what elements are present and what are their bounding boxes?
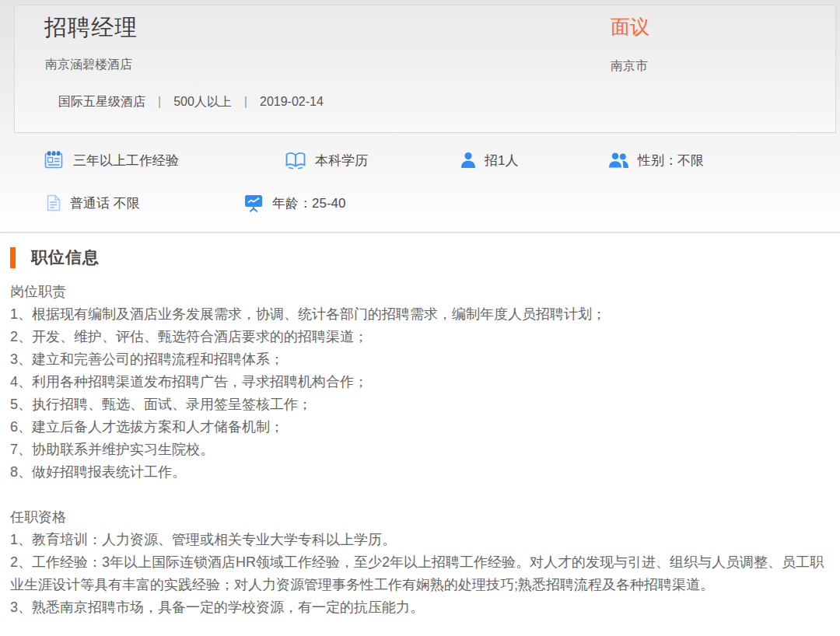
description-paragraph: 4、利用各种招聘渠道发布招聘广告，寻求招聘机构合作； <box>10 371 831 393</box>
description-paragraph: 5、执行招聘、甄选、面试、录用签呈签核工作； <box>10 393 831 416</box>
requirement-experience: 三年以上工作经验 <box>44 149 179 171</box>
requirement-language: 普通话 不限 <box>44 192 140 214</box>
job-description: 岗位职责 1、根据现有编制及酒店业务发展需求，协调、统计各部门的招聘需求，编制年… <box>10 281 831 619</box>
company-name: 南京涵碧楼酒店 <box>45 57 132 73</box>
job-city: 南京市 <box>611 58 648 75</box>
requirement-label: 性别：不限 <box>638 152 704 169</box>
requirement-label: 本科学历 <box>315 152 368 169</box>
requirement-label: 招1人 <box>485 152 518 169</box>
section-accent-bar <box>10 247 16 268</box>
company-size-tag: 500人以上 <box>173 95 232 108</box>
description-paragraph: 7、协助联系并维护实习生院校。 <box>10 439 831 461</box>
description-paragraph: 2、开发、维护、评估、甄选符合酒店要求的的招聘渠道； <box>10 326 831 348</box>
tag-separator: | <box>158 95 161 108</box>
description-paragraph: 3、熟悉南京招聘市场，具备一定的学校资源，有一定的抗压能力。 <box>10 596 831 619</box>
requirement-gender: 性别：不限 <box>608 149 704 171</box>
salary-value: 面议 <box>611 14 649 40</box>
description-paragraph: 岗位职责 <box>10 281 831 303</box>
section-title: 职位信息 <box>31 246 100 268</box>
description-paragraph <box>10 484 831 506</box>
open-book-icon <box>285 152 306 169</box>
company-type-tag: 国际五星级酒店 <box>58 95 145 108</box>
job-title: 招聘经理 <box>44 12 138 44</box>
people-icon <box>608 152 629 169</box>
description-paragraph: 8、做好招聘报表统计工作。 <box>10 461 831 484</box>
requirement-label: 普通话 不限 <box>70 194 140 212</box>
section-divider <box>0 232 840 233</box>
section-header: 职位信息 <box>10 246 100 268</box>
description-paragraph: 1、教育培训：人力资源、管理或相关专业大学专科以上学历。 <box>10 529 831 551</box>
description-paragraph: 3、建立和完善公司的招聘流程和招聘体系； <box>10 348 831 371</box>
requirement-education: 本科学历 <box>285 149 368 171</box>
description-paragraph: 2、工作经验：3年以上国际连锁酒店HR领域工作经验，至少2年以上招聘工作经验。对… <box>10 551 831 596</box>
tag-separator: | <box>244 95 247 108</box>
certificate-icon <box>44 151 65 169</box>
requirement-headcount: 招1人 <box>460 149 518 171</box>
description-paragraph: 1、根据现有编制及酒店业务发展需求，协调、统计各部门的招聘需求，编制年度人员招聘… <box>10 303 831 326</box>
job-header-card: 招聘经理 南京涵碧楼酒店 国际五星级酒店|500人以上|2019-02-14 面… <box>14 5 836 133</box>
company-tags: 国际五星级酒店|500人以上|2019-02-14 <box>58 94 324 110</box>
requirement-age: 年龄：25-40 <box>243 192 345 214</box>
description-paragraph: 6、建立后备人才选拔方案和人才储备机制； <box>10 416 831 439</box>
requirement-label: 三年以上工作经验 <box>73 152 179 169</box>
chart-board-icon <box>243 194 264 212</box>
document-icon <box>44 194 61 212</box>
post-date: 2019-02-14 <box>260 95 324 108</box>
requirement-label: 年龄：25-40 <box>272 194 345 212</box>
person-icon <box>460 152 476 169</box>
description-paragraph: 任职资格 <box>10 506 831 529</box>
